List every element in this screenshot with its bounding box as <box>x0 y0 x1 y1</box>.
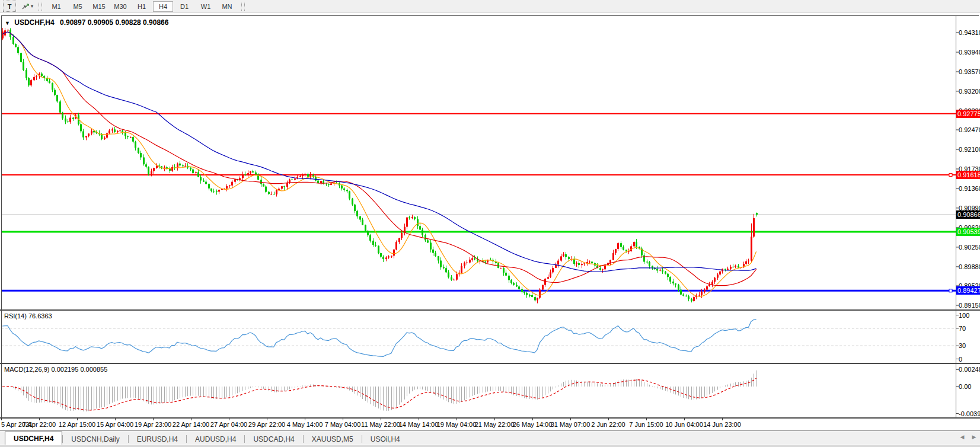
price-axis-label: 0.89150 <box>959 301 980 309</box>
chart-ohlc-values: 0.90897 0.90905 0.90828 0.90866 <box>60 18 169 27</box>
tab-usdcnh-daily[interactable]: USDCNH,Daily <box>63 433 127 445</box>
tab-audusd-h4[interactable]: AUDUSD,H4 <box>187 433 244 445</box>
tab-usdcad-h4[interactable]: USDCAD,H4 <box>245 433 302 445</box>
hline-price-label: 0.92775 <box>956 110 980 118</box>
price-axis-label: 0.92470 <box>959 126 980 134</box>
hline-price-label: 0.90539 <box>956 228 980 236</box>
chart-title: ▼ USDCHF,H4 0.90897 0.90905 0.90828 0.90… <box>5 18 168 27</box>
hline-price-label: 0.91618 <box>956 171 980 179</box>
tab-usoil-h4[interactable]: USOil,H4 <box>362 433 408 445</box>
chart-dropdown-icon[interactable]: ▼ <box>5 20 10 26</box>
rsi-axis-label: 0 <box>959 355 962 363</box>
macd-axis-label: 0.00 <box>959 382 971 391</box>
price-axis-label: 0.90250 <box>959 243 980 251</box>
tab-scroll-right-button[interactable]: ▶ <box>970 434 978 440</box>
price-axis-label: 0.89880 <box>959 263 980 271</box>
rsi-indicator-label: RSI(14) 76.6363 <box>4 312 52 320</box>
chart-symbol-period: USDCHF,H4 <box>14 18 54 27</box>
tab-eurusd-h4[interactable]: EURUSD,H4 <box>129 433 186 445</box>
tab-usdchf-h4[interactable]: USDCHF,H4 <box>5 432 62 445</box>
status-strip <box>0 445 980 447</box>
price-axis-label: 0.92100 <box>959 145 980 154</box>
date-axis-label: 14 Jun 23:00 <box>698 421 746 428</box>
current-price-label: 0.90866 <box>956 210 980 219</box>
symbol-tab-bar: USDCHF,H4USDCNH,DailyEURUSD,H4AUDUSD,H4U… <box>0 430 980 445</box>
price-axis-label: 0.91360 <box>959 184 980 193</box>
hline-price-label: 0.89427 <box>956 286 980 295</box>
tab-xauusd-m5[interactable]: XAUUSD,M5 <box>304 433 362 445</box>
macd-indicator-label: MACD(12,26,9) 0.002195 0.000855 <box>4 366 107 373</box>
price-chart-canvas[interactable] <box>0 0 980 447</box>
rsi-axis-label: 30 <box>959 341 966 350</box>
rsi-axis-label: 100 <box>959 311 969 320</box>
price-axis-label: 0.93570 <box>959 68 980 76</box>
rsi-axis-label: 70 <box>959 324 966 333</box>
price-axis-label: 0.94310 <box>959 28 980 37</box>
tab-scroll-left-button[interactable]: ◀ <box>958 434 966 440</box>
macd-axis-label: -0.00394 <box>959 410 980 418</box>
price-axis-label: 0.93200 <box>959 87 980 95</box>
price-axis-label: 0.93940 <box>959 48 980 56</box>
macd-axis-label: 0.002487 <box>959 365 980 373</box>
